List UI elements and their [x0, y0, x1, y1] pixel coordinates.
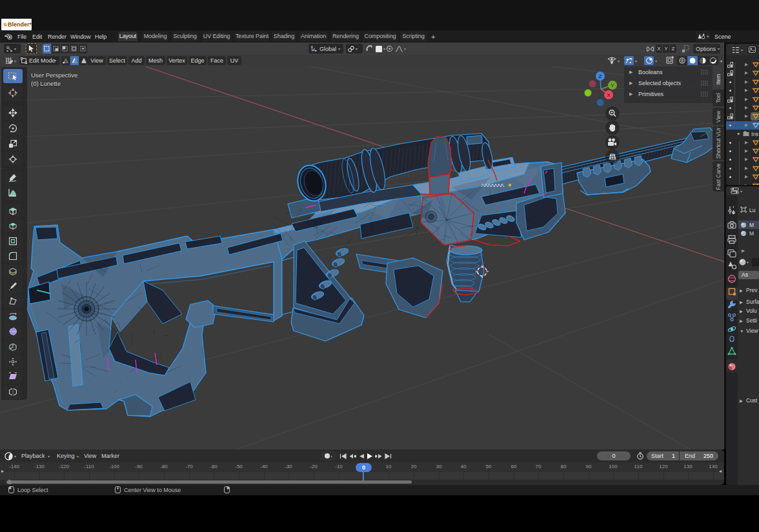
svg-text:X: X [607, 92, 611, 98]
svg-text:Z: Z [599, 74, 602, 79]
svg-text:Y: Y [611, 83, 614, 88]
